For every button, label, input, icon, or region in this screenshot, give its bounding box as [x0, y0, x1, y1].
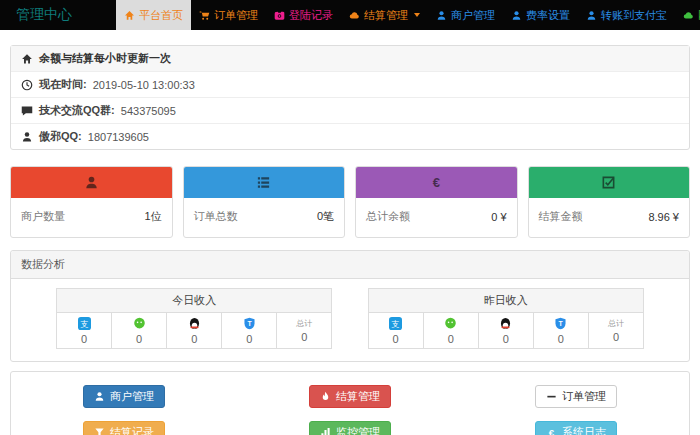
user-icon	[21, 131, 33, 143]
income-cell-total: 总计 0	[588, 313, 644, 349]
clock-icon	[21, 79, 33, 91]
comment-icon	[21, 105, 33, 117]
system-log-button[interactable]: € 系统日志	[535, 421, 617, 435]
button-label: 结算管理	[336, 389, 380, 404]
income-cell-alipay: 支 0	[56, 313, 112, 349]
stat-card-label: 结算金额	[539, 209, 583, 224]
stat-card-merchants: 商户数量 1位	[10, 166, 173, 238]
top-navbar: 管理中心 平台首页 订单管理 登陆记录 结算管理 商户管理 费率设置 转账到支付…	[0, 0, 700, 30]
stat-cards-row: 商户数量 1位 订单总数 0笔 € 总计余额 0 ¥	[10, 166, 690, 238]
qq-group-value: 543375095	[121, 105, 176, 117]
author-qq-row: 傲邪QQ: 1807139605	[11, 124, 689, 149]
merchant-mgmt-button[interactable]: 商户管理	[83, 385, 165, 408]
euro-icon: €	[429, 175, 444, 190]
settlement-records-button[interactable]: 结算记录	[83, 421, 165, 435]
tenpay-icon: T	[243, 317, 256, 330]
income-total-label: 总计	[277, 317, 331, 330]
data-analysis-panel: 数据分析 今日收入 支 0 0 0	[10, 250, 690, 362]
stat-card-header	[11, 167, 172, 198]
alipay-icon: 支	[389, 317, 402, 330]
nav-item-merchant-mgmt[interactable]: 商户管理	[428, 0, 503, 30]
main-content: 余额与结算每小时更新一次 现在时间: 2019-05-10 13:00:33 技…	[0, 30, 700, 435]
qq-group-label: 技术交流QQ群:	[39, 103, 115, 118]
income-value: 0	[479, 333, 533, 345]
cart-icon	[199, 10, 210, 21]
button-label: 监控管理	[336, 425, 380, 435]
wechat-icon	[133, 317, 146, 330]
stat-card-balance: € 总计余额 0 ¥	[355, 166, 518, 238]
stat-card-value: 0笔	[317, 209, 334, 224]
user-icon	[586, 10, 597, 21]
home-icon	[124, 10, 135, 21]
stat-card-orders: 订单总数 0笔	[183, 166, 346, 238]
nav-item-label: 结算管理	[364, 8, 408, 23]
svg-text:€: €	[549, 427, 555, 435]
stat-card-value: 0 ¥	[491, 211, 506, 223]
income-value: 0	[277, 331, 331, 343]
user-icon	[436, 10, 447, 21]
author-qq-label: 傲邪QQ:	[39, 129, 82, 144]
user-icon	[94, 391, 105, 402]
minus-icon	[546, 391, 557, 402]
current-time-label: 现在时间:	[39, 77, 87, 92]
income-value: 0	[424, 333, 478, 345]
income-value: 0	[369, 333, 423, 345]
nav-item-label: 费率设置	[526, 8, 570, 23]
income-value: 0	[167, 333, 221, 345]
stat-card-header: €	[356, 167, 517, 198]
wechat-icon	[444, 317, 457, 330]
settlement-mgmt-button[interactable]: 结算管理	[309, 385, 391, 408]
stat-card-label: 商户数量	[21, 209, 65, 224]
stat-card-value: 8.96 ¥	[648, 211, 679, 223]
yesterday-income-group: 昨日收入 支 0 0 0 T 0	[368, 288, 644, 349]
monitor-mgmt-button[interactable]: 监控管理	[309, 421, 391, 435]
income-value: 0	[112, 333, 166, 345]
filter-icon	[94, 427, 105, 435]
user-icon	[511, 10, 522, 21]
nav-item-settlement-mgmt[interactable]: 结算管理	[341, 0, 428, 30]
notice-header-text: 余额与结算每小时更新一次	[39, 51, 171, 66]
income-cell-qq: 0	[166, 313, 222, 349]
svg-text:支: 支	[80, 320, 88, 329]
cloud-icon	[683, 10, 694, 21]
flame-icon	[320, 391, 331, 402]
income-cell-wechat: 0	[423, 313, 479, 349]
cloud-icon	[349, 10, 360, 21]
today-income-group: 今日收入 支 0 0 0 T 0	[56, 288, 332, 349]
income-value: 0	[589, 331, 643, 343]
data-analysis-title: 数据分析	[11, 251, 689, 279]
check-square-icon	[601, 175, 616, 190]
user-icon	[84, 175, 99, 190]
nav-item-orders[interactable]: 订单管理	[191, 0, 266, 30]
current-time-row: 现在时间: 2019-05-10 13:00:33	[11, 72, 689, 98]
order-mgmt-button[interactable]: 订单管理	[535, 385, 617, 408]
nav-item-label: 平台首页	[139, 8, 183, 23]
svg-text:支: 支	[392, 320, 400, 329]
nav-item-label: 订单管理	[214, 8, 258, 23]
nav-item-rate-settings[interactable]: 费率设置	[503, 0, 578, 30]
nav-item-transfer-alipay[interactable]: 转账到支付宝	[578, 0, 675, 30]
nav-item-label: 登陆记录	[289, 8, 333, 23]
income-total-label: 总计	[589, 317, 643, 330]
nav-item-platform-home[interactable]: 平台首页	[116, 0, 191, 30]
chart-bars-icon	[320, 427, 331, 435]
button-label: 系统日志	[562, 425, 606, 435]
qq-icon	[499, 317, 512, 330]
income-value: 0	[57, 333, 111, 345]
income-cell-alipay: 支 0	[368, 313, 424, 349]
home-icon	[21, 53, 33, 65]
nav-item-site-config[interactable]: 网站配置	[675, 0, 700, 30]
qq-icon	[188, 317, 201, 330]
income-value: 0	[534, 333, 588, 345]
income-value: 0	[222, 333, 276, 345]
quick-actions-panel: 商户管理 结算管理 订单管理 结算记录	[10, 371, 690, 435]
alipay-icon: 支	[78, 317, 91, 330]
stat-card-label: 总计余额	[366, 209, 410, 224]
nav-item-login-records[interactable]: 登陆记录	[266, 0, 341, 30]
stat-card-value: 1位	[144, 209, 161, 224]
notice-panel: 余额与结算每小时更新一次 现在时间: 2019-05-10 13:00:33 技…	[10, 45, 690, 150]
stat-card-header	[184, 167, 345, 198]
tenpay-icon: T	[554, 317, 567, 330]
income-cell-wechat: 0	[111, 313, 167, 349]
stat-card-header	[529, 167, 690, 198]
